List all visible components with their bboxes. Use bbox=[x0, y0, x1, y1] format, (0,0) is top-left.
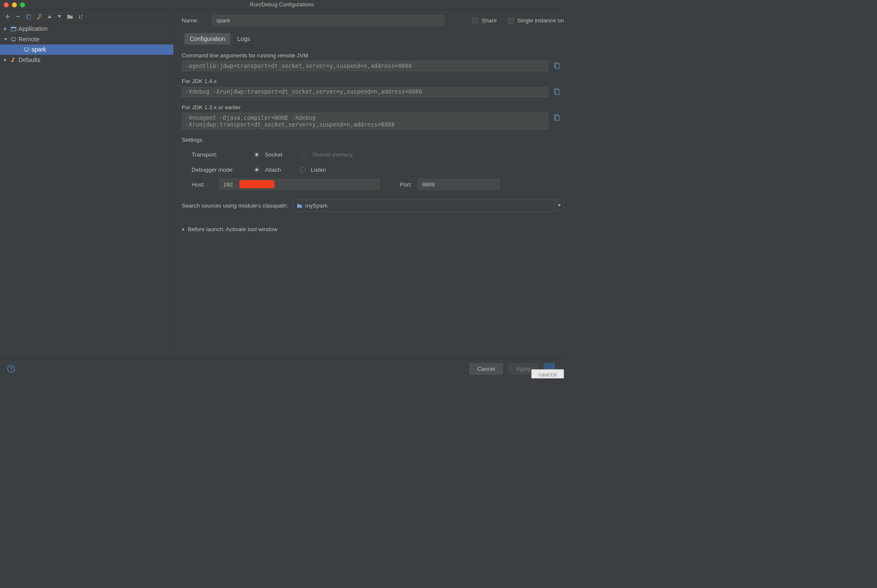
jdk14-field[interactable]: -Xdebug -Xrunjdwp:transport=dt_socket,se… bbox=[182, 87, 548, 97]
transport-label: Transport: bbox=[192, 151, 249, 158]
svg-rect-12 bbox=[555, 90, 559, 95]
remove-config-button[interactable] bbox=[15, 13, 21, 19]
transport-shared-radio bbox=[301, 152, 307, 157]
tabs: Configuration Logs bbox=[182, 33, 564, 45]
tree-item-spark[interactable]: spark bbox=[0, 44, 173, 54]
host-label: Host: bbox=[192, 181, 213, 188]
svg-rect-6 bbox=[11, 27, 16, 28]
port-label: Port: bbox=[400, 181, 412, 188]
watermark: ⓒ 创新互联 bbox=[531, 370, 564, 378]
tab-logs[interactable]: Logs bbox=[232, 33, 255, 45]
close-window-icon[interactable] bbox=[4, 3, 9, 8]
tab-configuration[interactable]: Configuration bbox=[184, 33, 230, 45]
transport-socket-radio[interactable] bbox=[254, 152, 260, 157]
svg-text:?: ? bbox=[10, 366, 13, 372]
titlebar: Run/Debug Configurations bbox=[0, 0, 564, 10]
move-up-button[interactable] bbox=[47, 14, 52, 18]
share-checkbox[interactable]: SSharehare bbox=[472, 17, 497, 24]
module-classpath-value: mySpark bbox=[305, 202, 328, 209]
edit-defaults-button[interactable] bbox=[36, 13, 42, 19]
window-traffic-lights bbox=[4, 3, 25, 8]
svg-rect-14 bbox=[555, 116, 559, 121]
dialog-footer: ? Cancel Apply ⓒ 创新互联 bbox=[0, 359, 564, 378]
mode-listen-label: Listen bbox=[311, 167, 326, 173]
svg-rect-10 bbox=[555, 64, 559, 69]
sort-button[interactable]: az bbox=[78, 13, 84, 19]
redacted-overlay bbox=[239, 180, 275, 188]
tree-item-application[interactable]: Application bbox=[0, 24, 173, 34]
chevron-right-icon bbox=[4, 58, 9, 62]
chevron-right-icon bbox=[4, 27, 9, 31]
svg-text:z: z bbox=[81, 16, 82, 19]
name-label: Name: bbox=[182, 17, 206, 24]
checkbox-icon bbox=[472, 18, 478, 24]
share-label: SSharehare bbox=[482, 17, 497, 24]
jdk13-label: For JDK 1.3.x or earlier bbox=[182, 104, 564, 111]
tree-item-label: Application bbox=[19, 25, 48, 32]
jdk14-label: For JDK 1.4.x bbox=[182, 78, 564, 84]
single-instance-checkbox[interactable]: Single instance on Single instance on bbox=[508, 17, 564, 24]
help-button[interactable]: ? bbox=[7, 365, 15, 373]
port-input[interactable] bbox=[418, 179, 499, 190]
mode-attach-label: Attach bbox=[265, 167, 281, 173]
minimize-window-icon[interactable] bbox=[12, 3, 17, 8]
name-input[interactable] bbox=[212, 15, 444, 26]
cmd-args-field[interactable]: -agentlib:jdwp=transport=dt_socket,serve… bbox=[182, 61, 548, 71]
move-down-button[interactable] bbox=[57, 14, 62, 18]
copy-icon[interactable] bbox=[554, 88, 560, 95]
transport-shared-label: Shared memory bbox=[312, 151, 353, 158]
mode-attach-radio[interactable] bbox=[254, 167, 260, 173]
maximize-window-icon[interactable] bbox=[20, 3, 25, 8]
settings-panel: Transport: Socket Shared memory Debugger… bbox=[182, 147, 564, 190]
cmd-args-label: Command line arguments for running remot… bbox=[182, 52, 564, 58]
tree-item-defaults[interactable]: Defaults bbox=[0, 55, 173, 65]
sidebar-toolbar: az bbox=[0, 10, 173, 23]
transport-socket-label: Socket bbox=[265, 151, 282, 158]
checkbox-icon bbox=[508, 18, 514, 24]
folder-button[interactable] bbox=[67, 13, 73, 19]
wrench-icon bbox=[10, 57, 16, 63]
remote-icon bbox=[10, 36, 16, 43]
window-title: Run/Debug Configurations bbox=[250, 2, 314, 8]
application-icon bbox=[10, 26, 16, 32]
before-launch-label: Before launch: Activate tool window bbox=[188, 226, 277, 232]
module-classpath-dropdown[interactable]: mySpark bbox=[293, 200, 564, 211]
module-icon bbox=[297, 203, 303, 208]
tree-item-label: Defaults bbox=[19, 57, 41, 64]
copy-icon[interactable] bbox=[554, 62, 560, 69]
cancel-button[interactable]: Cancel bbox=[469, 363, 503, 375]
svg-rect-7 bbox=[11, 38, 16, 40]
tree-item-label: spark bbox=[32, 46, 46, 53]
mode-listen-radio[interactable] bbox=[300, 167, 306, 173]
add-config-button[interactable] bbox=[5, 13, 11, 19]
debugger-mode-label: Debugger mode: bbox=[192, 167, 249, 173]
svg-rect-1 bbox=[27, 15, 31, 19]
chevron-down-icon bbox=[4, 38, 9, 41]
name-row: Name: SSharehare Single instance on Sing… bbox=[182, 15, 564, 26]
chevron-right-icon bbox=[182, 227, 185, 231]
content-pane: Name: SSharehare Single instance on Sing… bbox=[174, 10, 564, 359]
single-instance-label: Single instance on bbox=[517, 17, 564, 24]
copy-config-button[interactable] bbox=[25, 13, 31, 19]
settings-heading: Settings bbox=[182, 137, 564, 143]
tree-item-remote[interactable]: Remote bbox=[0, 34, 173, 44]
jdk13-field[interactable]: -Xnoagent -Djava.compiler=NONE -Xdebug -… bbox=[182, 113, 548, 129]
chevron-down-icon bbox=[555, 200, 564, 211]
remote-icon bbox=[23, 46, 30, 53]
config-tree: Application Remote spark bbox=[0, 23, 173, 65]
tree-item-label: Remote bbox=[19, 36, 40, 43]
copy-icon[interactable] bbox=[554, 114, 560, 121]
svg-point-2 bbox=[39, 14, 41, 16]
module-classpath-label: Search sources using module's classpath: bbox=[182, 202, 288, 209]
sidebar: az Application bbox=[0, 10, 174, 359]
before-launch-section[interactable]: Before launch: Activate tool window bbox=[182, 226, 564, 232]
svg-rect-8 bbox=[24, 48, 29, 51]
